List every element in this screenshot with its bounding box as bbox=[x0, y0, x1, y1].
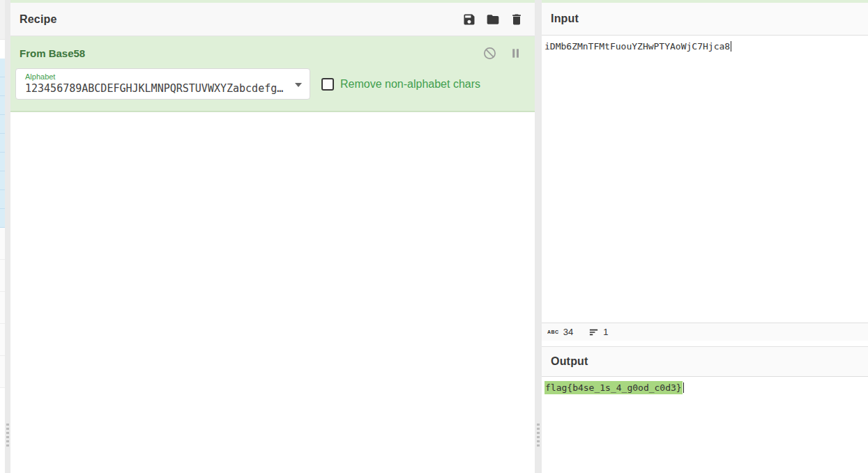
category-item-partial[interactable] bbox=[0, 324, 5, 356]
input-status-bar: ABC 34 1 bbox=[542, 323, 868, 341]
recipe-drop-area[interactable] bbox=[10, 112, 535, 473]
recipe-panel: Recipe From Base58 bbox=[10, 0, 535, 473]
folder-icon[interactable] bbox=[486, 13, 500, 26]
operations-panel-edge bbox=[0, 0, 5, 473]
category-item-partial[interactable] bbox=[0, 260, 5, 292]
category-item-partial[interactable] bbox=[0, 228, 5, 260]
text-cursor bbox=[731, 41, 731, 52]
pause-icon[interactable] bbox=[508, 46, 522, 60]
operation-title: From Base58 bbox=[20, 47, 85, 59]
text-cursor bbox=[683, 382, 684, 393]
operations-recipe-splitter[interactable] bbox=[5, 0, 10, 473]
category-header-edge bbox=[0, 40, 5, 59]
input-textarea[interactable]: iDMb6ZMnTFMtFuouYZHwPTYAoWjC7Hjca8 bbox=[542, 36, 868, 323]
recipe-title: Recipe bbox=[20, 13, 57, 26]
recipe-io-splitter[interactable] bbox=[535, 0, 542, 473]
operation-list-item-partial[interactable] bbox=[0, 209, 5, 228]
remove-non-alphabet-checkbox-group[interactable]: Remove non-alphabet chars bbox=[321, 78, 480, 91]
splitter-grip[interactable] bbox=[6, 424, 9, 449]
line-count-icon bbox=[588, 327, 599, 337]
operation-list-item-partial[interactable] bbox=[0, 134, 5, 153]
line-count: 1 bbox=[603, 327, 608, 337]
input-output-splitter[interactable] bbox=[542, 341, 868, 346]
alphabet-value: 123456789ABCDEFGHJKLMNPQRSTUVWXYZabcdefg… bbox=[25, 82, 291, 96]
save-icon[interactable] bbox=[462, 13, 476, 26]
category-item-partial[interactable] bbox=[0, 292, 5, 324]
operation-list-item-partial[interactable] bbox=[0, 190, 5, 209]
output-textarea[interactable]: flag{b4se_1s_4_g0od_c0d3} bbox=[542, 377, 868, 473]
output-text-highlighted: flag{b4se_1s_4_g0od_c0d3} bbox=[545, 381, 683, 394]
recipe-header: Recipe bbox=[10, 3, 535, 36]
disable-icon[interactable] bbox=[482, 46, 496, 60]
chevron-down-icon bbox=[295, 83, 302, 87]
input-text: iDMb6ZMnTFMtFuouYZHwPTYAoWjC7Hjca8 bbox=[545, 41, 730, 52]
operation-arguments: Alphabet 123456789ABCDEFGHJKLMNPQRSTUVWX… bbox=[10, 63, 535, 111]
operation-list-item-partial[interactable] bbox=[0, 171, 5, 190]
operations-search-edge bbox=[0, 0, 5, 40]
output-header: Output bbox=[542, 346, 868, 377]
operation-header: From Base58 bbox=[10, 36, 535, 63]
char-count: 34 bbox=[563, 327, 573, 337]
operation-from-base58[interactable]: From Base58 Alphabet 123456789ABCDEFGHJK… bbox=[10, 36, 535, 112]
operation-list-item-partial[interactable] bbox=[0, 59, 5, 77]
operation-list-item-partial[interactable] bbox=[0, 115, 5, 134]
remove-non-alphabet-label[interactable]: Remove non-alphabet chars bbox=[340, 78, 480, 91]
input-title: Input bbox=[551, 13, 579, 25]
operation-list-item-partial[interactable] bbox=[0, 153, 5, 171]
char-count-icon: ABC bbox=[547, 329, 559, 335]
output-title: Output bbox=[551, 355, 588, 368]
alphabet-label: Alphabet bbox=[25, 72, 291, 82]
splitter-grip[interactable] bbox=[537, 424, 540, 449]
cyberchef-app: Recipe From Base58 bbox=[0, 0, 868, 473]
alphabet-dropdown[interactable]: Alphabet 123456789ABCDEFGHJKLMNPQRSTUVWX… bbox=[15, 68, 310, 100]
operation-list-item-partial[interactable] bbox=[0, 77, 5, 96]
io-panel: Input iDMb6ZMnTFMtFuouYZHwPTYAoWjC7Hjca8… bbox=[542, 0, 868, 473]
remove-non-alphabet-checkbox[interactable] bbox=[321, 78, 334, 91]
operation-list-item-partial[interactable] bbox=[0, 96, 5, 115]
category-item-partial[interactable] bbox=[0, 356, 5, 388]
trash-icon[interactable] bbox=[510, 13, 524, 26]
input-header: Input bbox=[542, 3, 868, 36]
